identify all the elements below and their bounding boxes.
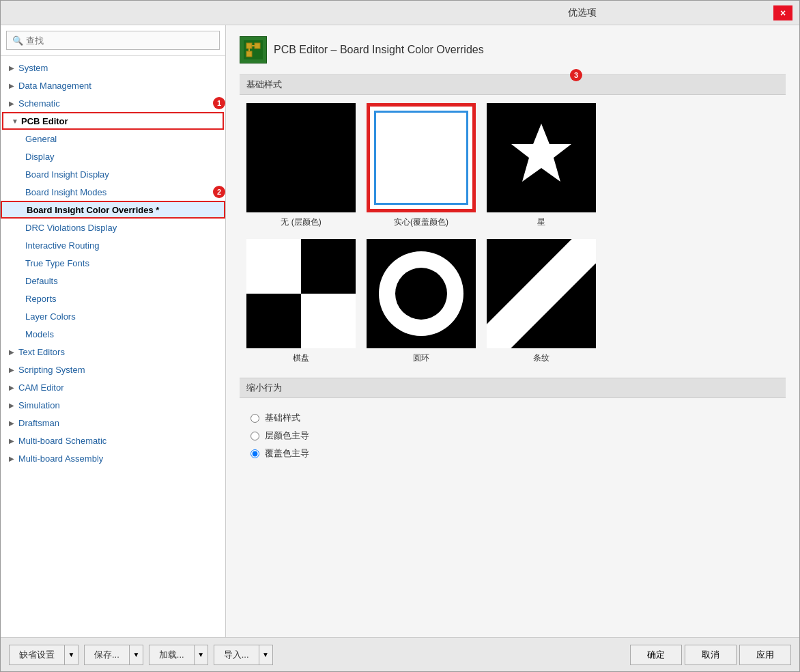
svg-rect-2 bbox=[255, 43, 260, 48]
style-thumb-solid[interactable] bbox=[367, 103, 476, 212]
sidebar-item-board-insight-color-overrides[interactable]: Board Insight Color Overrides * bbox=[1, 201, 225, 219]
sidebar-item-multiboard-assembly[interactable]: ▶ Multi-board Assembly bbox=[1, 449, 225, 467]
sidebar-item-pcb-editor[interactable]: ▼ PCB Editor bbox=[2, 112, 224, 130]
sidebar-item-display[interactable]: Display bbox=[1, 148, 225, 165]
import-dropdown[interactable]: ▼ bbox=[259, 645, 273, 665]
arrow-icon: ▶ bbox=[9, 366, 18, 374]
load-dropdown[interactable]: ▼ bbox=[195, 645, 208, 665]
sidebar-item-schematic[interactable]: ▶ Schematic 1 bbox=[1, 94, 225, 112]
style-label-solid: 实心(覆盖颜色) bbox=[394, 216, 448, 228]
radio-group-shrink: 基础样式 层颜色主导 覆盖色主导 bbox=[240, 406, 786, 465]
cb-tl bbox=[246, 239, 301, 294]
sidebar-item-label: General bbox=[25, 134, 225, 144]
defaults-dropdown[interactable]: ▼ bbox=[65, 645, 78, 665]
sidebar-item-label: Models bbox=[25, 329, 225, 339]
main-window: 优选项 × ▶ System ▶ Data Management bbox=[0, 0, 800, 672]
radio-layer[interactable] bbox=[251, 432, 259, 440]
style-thumb-ring[interactable] bbox=[367, 239, 476, 348]
panel-title: PCB Editor – Board Insight Color Overrid… bbox=[274, 44, 484, 56]
style-label-stripe: 条纹 bbox=[533, 352, 549, 364]
svg-point-8 bbox=[395, 268, 447, 320]
sidebar-item-simulation[interactable]: ▶ Simulation bbox=[1, 396, 225, 414]
svg-line-9 bbox=[487, 239, 596, 348]
style-thumb-checkerboard[interactable] bbox=[246, 239, 356, 348]
sidebar-item-board-insight-display[interactable]: Board Insight Display bbox=[1, 165, 225, 183]
sidebar-item-label: Multi-board Schematic bbox=[18, 436, 225, 446]
section-header-basic: 基础样式 bbox=[240, 74, 786, 95]
style-label-ring: 圆环 bbox=[413, 352, 429, 364]
sidebar-item-label: Draftsman bbox=[18, 418, 225, 428]
sidebar-item-defaults[interactable]: Defaults bbox=[1, 272, 225, 290]
badge-3: 3 bbox=[570, 69, 582, 81]
section-header-shrink: 缩小行为 bbox=[240, 378, 786, 398]
sidebar-item-system[interactable]: ▶ System bbox=[1, 59, 225, 76]
style-grid: 无 (层颜色) 实心(覆盖颜色) 星 bbox=[240, 103, 786, 378]
style-cell-checkerboard: 棋盘 bbox=[246, 239, 356, 364]
sidebar: ▶ System ▶ Data Management ▶ Schematic 1 bbox=[1, 25, 226, 637]
cancel-button[interactable]: 取消 bbox=[685, 645, 737, 665]
radio-item-cover[interactable]: 覆盖色主导 bbox=[251, 447, 775, 460]
sidebar-item-multiboard-schematic[interactable]: ▶ Multi-board Schematic bbox=[1, 432, 225, 449]
sidebar-item-label: True Type Fonts bbox=[25, 258, 225, 268]
style-cell-ring: 圆环 bbox=[367, 239, 476, 364]
cb-bl bbox=[246, 294, 301, 348]
sidebar-item-scripting-system[interactable]: ▶ Scripting System bbox=[1, 361, 225, 378]
sidebar-item-true-type-fonts[interactable]: True Type Fonts bbox=[1, 254, 225, 272]
sidebar-item-models[interactable]: Models bbox=[1, 325, 225, 343]
btn-group-load: 加载... ▼ bbox=[149, 645, 208, 665]
pcb-icon bbox=[240, 36, 267, 64]
sidebar-item-label: Multi-board Assembly bbox=[18, 453, 225, 464]
window-title: 优选项 bbox=[390, 7, 773, 19]
defaults-button[interactable]: 缺省设置 bbox=[9, 645, 65, 665]
badge-2: 2 bbox=[213, 186, 225, 198]
sidebar-item-drc-violations-display[interactable]: DRC Violations Display bbox=[1, 219, 225, 236]
sidebar-item-layer-colors[interactable]: Layer Colors bbox=[1, 307, 225, 325]
arrow-icon: ▶ bbox=[9, 437, 18, 445]
sidebar-item-label: PCB Editor bbox=[21, 116, 223, 126]
svg-marker-6 bbox=[511, 124, 571, 182]
save-dropdown[interactable]: ▼ bbox=[130, 645, 143, 665]
radio-item-basic[interactable]: 基础样式 bbox=[251, 412, 775, 424]
save-button[interactable]: 保存... bbox=[84, 645, 130, 665]
style-cell-none: 无 (层颜色) bbox=[246, 103, 356, 228]
search-bar bbox=[1, 25, 225, 56]
close-button[interactable]: × bbox=[773, 5, 792, 20]
search-input[interactable] bbox=[6, 31, 220, 50]
sidebar-item-text-editors[interactable]: ▶ Text Editors bbox=[1, 343, 225, 361]
sidebar-item-board-insight-modes[interactable]: Board Insight Modes 2 bbox=[1, 183, 225, 201]
radio-cover[interactable] bbox=[251, 449, 259, 458]
sidebar-item-reports[interactable]: Reports bbox=[1, 290, 225, 307]
radio-item-layer[interactable]: 层颜色主导 bbox=[251, 430, 775, 442]
radio-basic[interactable] bbox=[251, 414, 259, 423]
ok-button[interactable]: 确定 bbox=[630, 645, 682, 665]
svg-rect-1 bbox=[246, 43, 252, 48]
arrow-icon: ▶ bbox=[9, 64, 18, 72]
arrow-icon: ▶ bbox=[9, 384, 18, 391]
btn-group-save: 保存... ▼ bbox=[84, 645, 143, 665]
style-thumb-stripe[interactable] bbox=[487, 239, 596, 348]
import-button[interactable]: 导入... bbox=[214, 645, 259, 665]
style-thumb-none[interactable] bbox=[246, 103, 356, 212]
btn-group-defaults: 缺省设置 ▼ bbox=[9, 645, 78, 665]
sidebar-item-interactive-routing[interactable]: Interactive Routing bbox=[1, 236, 225, 254]
sidebar-item-draftsman[interactable]: ▶ Draftsman bbox=[1, 414, 225, 432]
apply-button[interactable]: 应用 bbox=[739, 645, 791, 665]
sidebar-item-general[interactable]: General bbox=[1, 130, 225, 148]
arrow-icon: ▶ bbox=[9, 402, 18, 409]
star-svg bbox=[500, 117, 582, 199]
tree: ▶ System ▶ Data Management ▶ Schematic 1 bbox=[1, 56, 225, 637]
load-button[interactable]: 加载... bbox=[149, 645, 195, 665]
sidebar-item-cam-editor[interactable]: ▶ CAM Editor bbox=[1, 378, 225, 396]
style-cell-star: 星 bbox=[487, 103, 596, 228]
style-thumb-star[interactable] bbox=[487, 103, 596, 212]
arrow-icon: ▶ bbox=[9, 419, 18, 427]
sidebar-item-label: Interactive Routing bbox=[25, 240, 225, 251]
sidebar-item-label: Schematic bbox=[18, 98, 210, 109]
sidebar-item-data-management[interactable]: ▶ Data Management bbox=[1, 76, 225, 94]
pcb-svg bbox=[242, 39, 264, 61]
style-label-star: 星 bbox=[537, 216, 545, 228]
style-cell-solid: 实心(覆盖颜色) bbox=[367, 103, 476, 228]
radio-label-cover: 覆盖色主导 bbox=[265, 447, 309, 460]
basic-style-section: 基础样式 3 bbox=[240, 74, 786, 103]
sidebar-item-label: CAM Editor bbox=[18, 382, 225, 393]
